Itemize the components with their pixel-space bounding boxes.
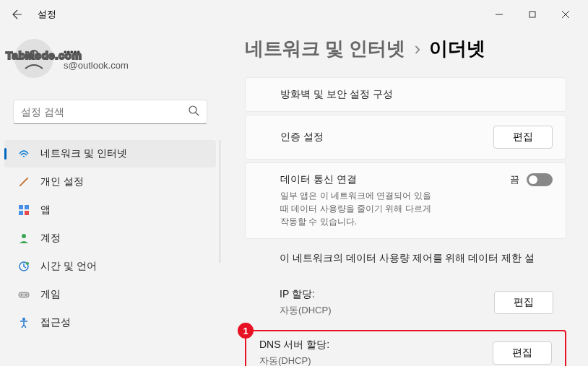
firewall-setting[interactable]: 방화벽 및 보안 설정 구성 [245, 77, 566, 112]
ip-assignment-row: IP 할당: 자동(DHCP) 편집 [245, 275, 566, 318]
avatar [14, 39, 53, 78]
apps-icon [17, 204, 30, 217]
nav-label: 앱 [40, 204, 51, 217]
scrollbar-indicator[interactable] [220, 140, 220, 263]
maximize-button[interactable] [516, 3, 549, 26]
sidebar-item-personalize[interactable]: 개인 설정 [4, 168, 216, 196]
nav: 네트워크 및 인터넷 개인 설정 앱 계정 시간 및 언어 게임 [0, 140, 220, 336]
person-icon [21, 45, 47, 71]
nav-label: 계정 [40, 232, 61, 245]
auth-setting: 인증 설정 편집 [245, 115, 566, 160]
minimize-button[interactable] [483, 3, 516, 26]
ip-value: 자동(DHCP) [280, 304, 332, 317]
chevron-right-icon: › [414, 38, 420, 60]
auth-edit-button[interactable]: 편집 [493, 126, 553, 149]
sidebar-item-time[interactable]: 시간 및 언어 [4, 253, 216, 280]
dns-label: DNS 서버 할당: [259, 339, 329, 352]
gaming-icon [17, 288, 30, 301]
search-icon [189, 105, 199, 119]
svg-point-1 [30, 51, 38, 59]
svg-rect-3 [19, 205, 23, 209]
minimize-icon [496, 11, 503, 18]
dns-edit-button[interactable]: 편집 [493, 341, 552, 365]
metered-title: 데이터 통신 연결 [280, 173, 439, 186]
svg-point-7 [22, 234, 26, 238]
svg-point-12 [25, 295, 27, 296]
svg-rect-5 [19, 211, 23, 215]
dns-value: 자동(DHCP) [259, 354, 329, 366]
close-button[interactable] [549, 3, 582, 26]
account-icon [17, 232, 30, 245]
window-controls [483, 3, 582, 26]
sidebar-item-accessibility[interactable]: 접근성 [4, 309, 216, 336]
nav-label: 네트워크 및 인터넷 [40, 147, 127, 160]
profile-email: s@outlook.com [64, 58, 129, 73]
metered-setting: 데이터 통신 연결 일부 앱은 이 네트워크에 연결되어 있을 때 데이터 사용… [245, 162, 566, 239]
content-area: 네트워크 및 인터넷 › 이더넷 방화벽 및 보안 설정 구성 인증 설정 편집… [220, 29, 588, 366]
search-input[interactable] [21, 106, 189, 118]
ip-label: IP 할당: [280, 288, 332, 301]
titlebar: 설정 [0, 0, 588, 29]
profile-section[interactable]: ••••• s@outlook.com [0, 36, 220, 92]
maximize-icon [529, 11, 536, 18]
nav-label: 시간 및 언어 [40, 260, 97, 273]
close-icon [562, 11, 569, 18]
metered-toggle[interactable] [527, 173, 553, 186]
brush-icon [17, 175, 30, 188]
ip-edit-button[interactable]: 편집 [494, 291, 553, 314]
metered-toggle-group: 끔 [510, 173, 553, 186]
clock-icon [17, 260, 30, 273]
breadcrumb: 네트워크 및 인터넷 › 이더넷 [245, 36, 566, 61]
sidebar-item-gaming[interactable]: 게임 [4, 281, 216, 308]
window-title: 설정 [38, 8, 56, 21]
nav-label: 접근성 [40, 316, 71, 329]
search-box[interactable] [13, 100, 207, 124]
metered-sub: 일부 앱은 이 네트워크에 연결되어 있을 때 데이터 사용량을 줄이기 위해 … [280, 189, 439, 228]
svg-point-2 [189, 106, 196, 113]
annotation-badge: 1 [238, 323, 254, 339]
breadcrumb-current: 이더넷 [429, 36, 485, 61]
profile-info: ••••• s@outlook.com [64, 45, 129, 73]
svg-rect-4 [25, 205, 29, 209]
svg-rect-0 [529, 12, 535, 17]
back-arrow-icon [12, 9, 23, 20]
sidebar-item-network[interactable]: 네트워크 및 인터넷 [4, 140, 216, 167]
svg-rect-6 [25, 211, 29, 215]
svg-point-11 [21, 295, 22, 296]
toggle-state-label: 끔 [510, 173, 519, 186]
svg-point-13 [22, 318, 25, 321]
dns-highlight: 1 DNS 서버 할당: 자동(DHCP) 편집 [245, 330, 566, 366]
network-icon [17, 147, 30, 160]
back-button[interactable] [6, 3, 29, 26]
sidebar: TabMode.com ••••• s@outlook.com 네트워크 및 인… [0, 29, 220, 366]
svg-point-9 [26, 262, 29, 265]
nav-label: 게임 [40, 288, 61, 301]
sidebar-item-account[interactable]: 계정 [4, 225, 216, 252]
firewall-title: 방화벽 및 보안 설정 구성 [280, 88, 553, 101]
auth-title: 인증 설정 [280, 131, 324, 144]
sidebar-item-apps[interactable]: 앱 [4, 196, 216, 224]
data-limit-text[interactable]: 이 네트워크의 데이터 사용량 제어를 위해 데이터 제한 설 [245, 242, 566, 275]
profile-name: ••••• [64, 45, 129, 59]
svg-rect-10 [19, 292, 29, 297]
nav-label: 개인 설정 [40, 175, 84, 188]
accessibility-icon [17, 316, 30, 329]
breadcrumb-parent[interactable]: 네트워크 및 인터넷 [245, 36, 405, 61]
